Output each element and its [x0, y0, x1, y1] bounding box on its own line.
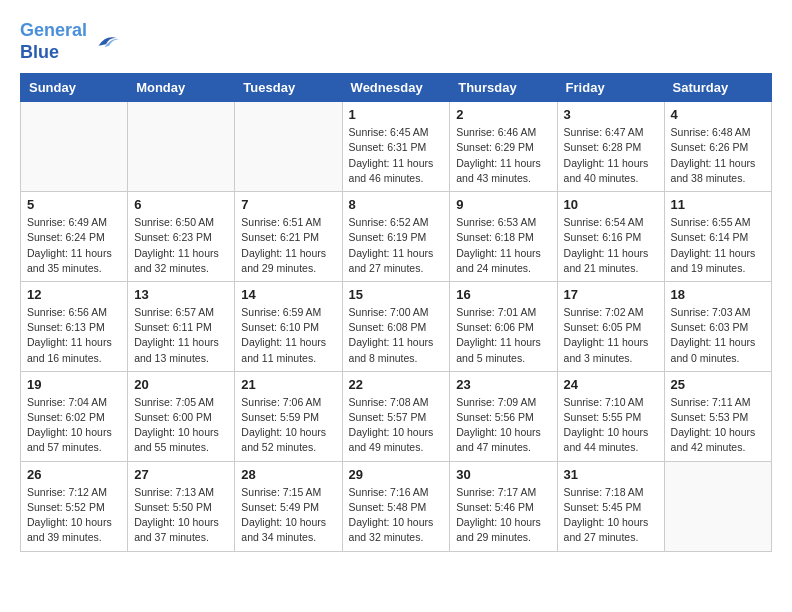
day-number: 11 — [671, 197, 765, 212]
calendar-cell: 4Sunrise: 6:48 AM Sunset: 6:26 PM Daylig… — [664, 102, 771, 192]
logo-icon — [91, 27, 121, 57]
day-number: 4 — [671, 107, 765, 122]
calendar-cell: 24Sunrise: 7:10 AM Sunset: 5:55 PM Dayli… — [557, 371, 664, 461]
day-number: 21 — [241, 377, 335, 392]
day-number: 2 — [456, 107, 550, 122]
calendar-cell: 5Sunrise: 6:49 AM Sunset: 6:24 PM Daylig… — [21, 192, 128, 282]
calendar-week-row: 19Sunrise: 7:04 AM Sunset: 6:02 PM Dayli… — [21, 371, 772, 461]
day-number: 3 — [564, 107, 658, 122]
calendar-week-row: 12Sunrise: 6:56 AM Sunset: 6:13 PM Dayli… — [21, 281, 772, 371]
day-number: 6 — [134, 197, 228, 212]
weekday-header-tuesday: Tuesday — [235, 74, 342, 102]
calendar-cell: 30Sunrise: 7:17 AM Sunset: 5:46 PM Dayli… — [450, 461, 557, 551]
day-info: Sunrise: 7:17 AM Sunset: 5:46 PM Dayligh… — [456, 485, 550, 546]
calendar-cell: 10Sunrise: 6:54 AM Sunset: 6:16 PM Dayli… — [557, 192, 664, 282]
day-number: 10 — [564, 197, 658, 212]
day-info: Sunrise: 7:15 AM Sunset: 5:49 PM Dayligh… — [241, 485, 335, 546]
day-number: 29 — [349, 467, 444, 482]
day-number: 12 — [27, 287, 121, 302]
calendar-cell: 27Sunrise: 7:13 AM Sunset: 5:50 PM Dayli… — [128, 461, 235, 551]
day-number: 9 — [456, 197, 550, 212]
day-info: Sunrise: 7:00 AM Sunset: 6:08 PM Dayligh… — [349, 305, 444, 366]
day-number: 8 — [349, 197, 444, 212]
day-number: 24 — [564, 377, 658, 392]
weekday-header-wednesday: Wednesday — [342, 74, 450, 102]
day-number: 16 — [456, 287, 550, 302]
day-info: Sunrise: 7:11 AM Sunset: 5:53 PM Dayligh… — [671, 395, 765, 456]
calendar-cell: 17Sunrise: 7:02 AM Sunset: 6:05 PM Dayli… — [557, 281, 664, 371]
calendar-cell: 1Sunrise: 6:45 AM Sunset: 6:31 PM Daylig… — [342, 102, 450, 192]
day-number: 1 — [349, 107, 444, 122]
day-info: Sunrise: 6:59 AM Sunset: 6:10 PM Dayligh… — [241, 305, 335, 366]
calendar-cell: 21Sunrise: 7:06 AM Sunset: 5:59 PM Dayli… — [235, 371, 342, 461]
calendar-cell: 29Sunrise: 7:16 AM Sunset: 5:48 PM Dayli… — [342, 461, 450, 551]
calendar-week-row: 26Sunrise: 7:12 AM Sunset: 5:52 PM Dayli… — [21, 461, 772, 551]
day-info: Sunrise: 7:13 AM Sunset: 5:50 PM Dayligh… — [134, 485, 228, 546]
day-info: Sunrise: 7:16 AM Sunset: 5:48 PM Dayligh… — [349, 485, 444, 546]
calendar-cell: 6Sunrise: 6:50 AM Sunset: 6:23 PM Daylig… — [128, 192, 235, 282]
calendar-cell — [128, 102, 235, 192]
day-info: Sunrise: 6:55 AM Sunset: 6:14 PM Dayligh… — [671, 215, 765, 276]
weekday-header-row: SundayMondayTuesdayWednesdayThursdayFrid… — [21, 74, 772, 102]
calendar-cell: 14Sunrise: 6:59 AM Sunset: 6:10 PM Dayli… — [235, 281, 342, 371]
day-number: 22 — [349, 377, 444, 392]
calendar-cell: 22Sunrise: 7:08 AM Sunset: 5:57 PM Dayli… — [342, 371, 450, 461]
day-info: Sunrise: 6:51 AM Sunset: 6:21 PM Dayligh… — [241, 215, 335, 276]
day-info: Sunrise: 7:18 AM Sunset: 5:45 PM Dayligh… — [564, 485, 658, 546]
day-info: Sunrise: 6:46 AM Sunset: 6:29 PM Dayligh… — [456, 125, 550, 186]
calendar-cell — [664, 461, 771, 551]
calendar-cell: 19Sunrise: 7:04 AM Sunset: 6:02 PM Dayli… — [21, 371, 128, 461]
day-info: Sunrise: 7:06 AM Sunset: 5:59 PM Dayligh… — [241, 395, 335, 456]
day-number: 7 — [241, 197, 335, 212]
calendar-cell: 20Sunrise: 7:05 AM Sunset: 6:00 PM Dayli… — [128, 371, 235, 461]
calendar-cell: 15Sunrise: 7:00 AM Sunset: 6:08 PM Dayli… — [342, 281, 450, 371]
calendar-cell: 2Sunrise: 6:46 AM Sunset: 6:29 PM Daylig… — [450, 102, 557, 192]
day-info: Sunrise: 6:54 AM Sunset: 6:16 PM Dayligh… — [564, 215, 658, 276]
calendar-cell: 16Sunrise: 7:01 AM Sunset: 6:06 PM Dayli… — [450, 281, 557, 371]
logo: GeneralBlue — [20, 20, 121, 63]
day-info: Sunrise: 6:48 AM Sunset: 6:26 PM Dayligh… — [671, 125, 765, 186]
calendar-cell: 13Sunrise: 6:57 AM Sunset: 6:11 PM Dayli… — [128, 281, 235, 371]
day-info: Sunrise: 6:53 AM Sunset: 6:18 PM Dayligh… — [456, 215, 550, 276]
day-info: Sunrise: 7:08 AM Sunset: 5:57 PM Dayligh… — [349, 395, 444, 456]
weekday-header-friday: Friday — [557, 74, 664, 102]
calendar-cell: 26Sunrise: 7:12 AM Sunset: 5:52 PM Dayli… — [21, 461, 128, 551]
day-number: 15 — [349, 287, 444, 302]
day-info: Sunrise: 7:02 AM Sunset: 6:05 PM Dayligh… — [564, 305, 658, 366]
day-number: 27 — [134, 467, 228, 482]
day-info: Sunrise: 7:05 AM Sunset: 6:00 PM Dayligh… — [134, 395, 228, 456]
logo-text: GeneralBlue — [20, 20, 87, 63]
calendar-cell: 28Sunrise: 7:15 AM Sunset: 5:49 PM Dayli… — [235, 461, 342, 551]
day-info: Sunrise: 7:12 AM Sunset: 5:52 PM Dayligh… — [27, 485, 121, 546]
calendar-cell — [235, 102, 342, 192]
day-number: 5 — [27, 197, 121, 212]
calendar-cell: 25Sunrise: 7:11 AM Sunset: 5:53 PM Dayli… — [664, 371, 771, 461]
day-info: Sunrise: 6:57 AM Sunset: 6:11 PM Dayligh… — [134, 305, 228, 366]
calendar-cell: 7Sunrise: 6:51 AM Sunset: 6:21 PM Daylig… — [235, 192, 342, 282]
day-number: 18 — [671, 287, 765, 302]
calendar-cell: 8Sunrise: 6:52 AM Sunset: 6:19 PM Daylig… — [342, 192, 450, 282]
calendar-week-row: 1Sunrise: 6:45 AM Sunset: 6:31 PM Daylig… — [21, 102, 772, 192]
calendar-cell: 18Sunrise: 7:03 AM Sunset: 6:03 PM Dayli… — [664, 281, 771, 371]
calendar-cell: 3Sunrise: 6:47 AM Sunset: 6:28 PM Daylig… — [557, 102, 664, 192]
weekday-header-sunday: Sunday — [21, 74, 128, 102]
page-header: GeneralBlue — [20, 20, 772, 63]
day-info: Sunrise: 6:56 AM Sunset: 6:13 PM Dayligh… — [27, 305, 121, 366]
day-info: Sunrise: 7:09 AM Sunset: 5:56 PM Dayligh… — [456, 395, 550, 456]
calendar-table: SundayMondayTuesdayWednesdayThursdayFrid… — [20, 73, 772, 551]
day-number: 26 — [27, 467, 121, 482]
day-info: Sunrise: 6:45 AM Sunset: 6:31 PM Dayligh… — [349, 125, 444, 186]
day-number: 30 — [456, 467, 550, 482]
day-info: Sunrise: 7:10 AM Sunset: 5:55 PM Dayligh… — [564, 395, 658, 456]
calendar-week-row: 5Sunrise: 6:49 AM Sunset: 6:24 PM Daylig… — [21, 192, 772, 282]
day-number: 25 — [671, 377, 765, 392]
day-info: Sunrise: 6:47 AM Sunset: 6:28 PM Dayligh… — [564, 125, 658, 186]
day-number: 28 — [241, 467, 335, 482]
calendar-cell: 9Sunrise: 6:53 AM Sunset: 6:18 PM Daylig… — [450, 192, 557, 282]
calendar-cell: 11Sunrise: 6:55 AM Sunset: 6:14 PM Dayli… — [664, 192, 771, 282]
day-number: 14 — [241, 287, 335, 302]
weekday-header-thursday: Thursday — [450, 74, 557, 102]
day-info: Sunrise: 6:52 AM Sunset: 6:19 PM Dayligh… — [349, 215, 444, 276]
day-number: 23 — [456, 377, 550, 392]
calendar-cell: 23Sunrise: 7:09 AM Sunset: 5:56 PM Dayli… — [450, 371, 557, 461]
